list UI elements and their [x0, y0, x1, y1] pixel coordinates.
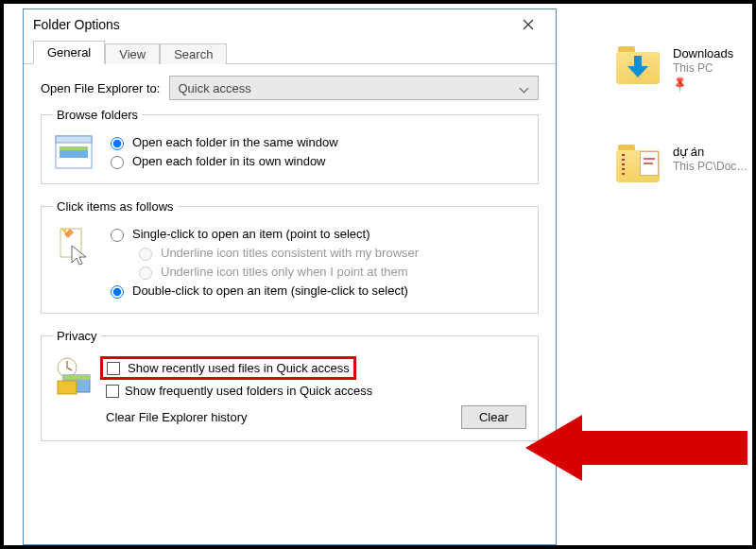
open-to-label: Open File Explorer to:: [41, 81, 160, 95]
clear-history-label: Clear File Explorer history: [106, 410, 461, 424]
item-name: dự án: [673, 145, 747, 159]
tab-view[interactable]: View: [105, 43, 160, 64]
click-legend: Click items as follows: [53, 199, 178, 214]
radio-single-click[interactable]: Single-click to open an item (point to s…: [106, 226, 526, 242]
close-button[interactable]: [508, 11, 548, 38]
radio-input[interactable]: [111, 137, 124, 150]
folder-documents-icon: [616, 145, 662, 184]
window-icon: [53, 135, 94, 169]
clear-button[interactable]: Clear: [461, 405, 526, 429]
pin-icon: 📌: [670, 75, 690, 94]
chevron-down-icon: [521, 83, 530, 93]
general-panel: Open File Explorer to: Quick access Brow…: [24, 64, 556, 441]
svg-rect-7: [63, 375, 90, 380]
browse-legend: Browse folders: [53, 108, 142, 122]
tab-general[interactable]: General: [33, 41, 105, 64]
checkbox-icon[interactable]: [107, 362, 120, 375]
click-items-group: Click items as follows Single-click to o…: [41, 199, 539, 314]
explorer-background: Downloads This PC 📌 dự án This PC\Doc…: [616, 46, 747, 205]
radio-same-window[interactable]: Open each folder in the same window: [106, 134, 526, 150]
radio-input: [139, 248, 152, 261]
dialog-title: Folder Options: [33, 17, 120, 32]
browse-folders-group: Browse folders Open each folder in the s…: [41, 108, 539, 184]
svg-rect-1: [56, 136, 92, 143]
privacy-icon: [53, 356, 94, 396]
combo-value: Quick access: [178, 81, 250, 95]
radio-own-window[interactable]: Open each folder in its own window: [106, 153, 526, 169]
open-to-combobox[interactable]: Quick access: [169, 76, 539, 100]
pinned-item-project[interactable]: dự án This PC\Doc…: [616, 145, 747, 205]
svg-marker-9: [525, 415, 747, 481]
close-icon: [523, 19, 534, 30]
item-name: Downloads: [673, 46, 733, 60]
radio-input[interactable]: [111, 285, 124, 299]
checkbox-frequent-folders[interactable]: Show frequently used folders in Quick ac…: [106, 384, 526, 398]
svg-rect-8: [58, 381, 77, 394]
folder-download-icon: [616, 46, 662, 86]
radio-input[interactable]: [111, 156, 124, 169]
pointer-icon: [53, 227, 94, 268]
titlebar: Folder Options: [24, 9, 556, 40]
pinned-item-downloads[interactable]: Downloads This PC 📌: [616, 46, 747, 107]
radio-input[interactable]: [111, 229, 124, 242]
folder-options-dialog: Folder Options General View Search Open …: [23, 9, 557, 545]
item-subtitle: This PC\Doc…: [673, 160, 747, 173]
privacy-legend: Privacy: [53, 329, 101, 343]
radio-input: [139, 266, 152, 280]
annotation-highlight: Show recently used files in Quick access: [100, 356, 356, 380]
radio-underline-hover: Underline icon titles only when I point …: [134, 264, 526, 280]
checkbox-recent-files[interactable]: Show recently used files in Quick access: [106, 356, 526, 380]
annotation-arrow-icon: [525, 410, 747, 486]
privacy-group: Privacy Show recently used: [41, 329, 539, 441]
tab-search[interactable]: Search: [160, 43, 227, 64]
item-subtitle: This PC: [673, 61, 733, 75]
svg-rect-3: [60, 146, 88, 150]
radio-double-click[interactable]: Double-click to open an item (single-cli…: [106, 283, 526, 299]
radio-underline-always: Underline icon titles consistent with my…: [134, 245, 526, 261]
tabs: General View Search: [24, 40, 556, 64]
checkbox-icon[interactable]: [106, 385, 119, 398]
